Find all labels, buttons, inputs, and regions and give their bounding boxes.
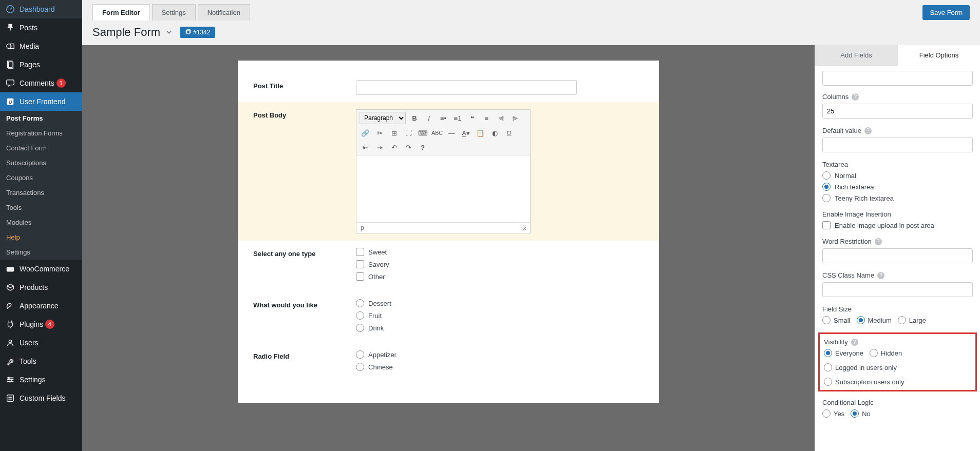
- visibility-option-logged-in-users-only[interactable]: Logged in users only: [824, 363, 897, 371]
- alignleft-icon[interactable]: ≡: [481, 112, 492, 124]
- sidebar-item-comments[interactable]: Comments1: [0, 74, 82, 92]
- sidebar-item-dashboard[interactable]: Dashboard: [0, 0, 82, 18]
- help-icon[interactable]: ?: [417, 142, 428, 153]
- sidebar-sub-coupons[interactable]: Coupons: [0, 170, 82, 185]
- ul-icon[interactable]: ≡•: [438, 112, 449, 124]
- form-field-post-title[interactable]: Post Title: [238, 73, 659, 102]
- sidebar-sub-transactions[interactable]: Transactions: [0, 185, 82, 200]
- save-button[interactable]: Save Form: [922, 5, 970, 20]
- fieldsize-radio[interactable]: [857, 316, 865, 324]
- clear-icon[interactable]: ◐: [489, 127, 500, 139]
- radio-chinese[interactable]: [356, 363, 364, 371]
- form-canvas-wrapper[interactable]: Post TitlePost Body ParagraphBI≡•≡1❝≡⫷⫸🔗…: [82, 45, 815, 451]
- textcolor-icon[interactable]: A▾: [460, 127, 472, 139]
- radio-appetizer[interactable]: [356, 350, 364, 359]
- sidebar-sub-tools[interactable]: Tools: [0, 200, 82, 215]
- sidebar-item-woocommerce[interactable]: WooCommerce: [0, 260, 82, 278]
- format-select[interactable]: Paragraph: [360, 112, 406, 124]
- sidebar-item-posts[interactable]: Posts: [0, 18, 82, 37]
- form-field-select-any-one-type[interactable]: Select any one typeSweetSavoryOther: [238, 241, 659, 292]
- rte-body[interactable]: [356, 155, 530, 222]
- help-icon[interactable]: ?: [877, 272, 884, 279]
- indent-icon[interactable]: ⇥: [374, 142, 385, 153]
- sidebar-sub-modules[interactable]: Modules: [0, 215, 82, 230]
- fieldsize-option-large[interactable]: Large: [898, 316, 926, 324]
- radio-drink[interactable]: [356, 324, 364, 332]
- aligncenter-icon[interactable]: ⫸: [510, 112, 521, 124]
- visibility-option-hidden[interactable]: Hidden: [870, 349, 902, 357]
- link-icon[interactable]: 🔗: [360, 127, 371, 139]
- panel-tab-field-options[interactable]: Field Options: [897, 45, 980, 66]
- fieldsize-radio[interactable]: [898, 316, 906, 324]
- italic-icon[interactable]: I: [423, 112, 435, 124]
- sidebar-item-custom-fields[interactable]: Custom Fields: [0, 389, 82, 407]
- sidebar-item-settings[interactable]: Settings: [0, 370, 82, 389]
- sidebar-item-products[interactable]: Products: [0, 278, 82, 297]
- tab-notification[interactable]: Notification: [198, 4, 250, 21]
- sidebar-sub-settings[interactable]: Settings: [0, 245, 82, 260]
- tab-form-editor[interactable]: Form Editor: [92, 4, 150, 21]
- panel-tab-add-fields[interactable]: Add Fields: [815, 45, 897, 66]
- checkbox-other[interactable]: [356, 272, 364, 281]
- redo-icon[interactable]: ↷: [403, 142, 414, 153]
- radio-dessert[interactable]: [356, 299, 364, 307]
- sidebar-sub-registration-forms[interactable]: Registration Forms: [0, 126, 82, 141]
- checkbox-sweet[interactable]: [356, 248, 364, 256]
- help-icon[interactable]: ?: [875, 238, 882, 245]
- sidebar-sub-help[interactable]: Help: [0, 230, 82, 245]
- sidebar-sub-post-forms[interactable]: Post Forms: [0, 111, 82, 126]
- visibility-radio[interactable]: [824, 378, 832, 386]
- fieldsize-radio[interactable]: [822, 316, 831, 324]
- visibility-option-everyone[interactable]: Everyone: [824, 349, 863, 357]
- insert-icon[interactable]: ⊞: [388, 127, 400, 139]
- omega-icon[interactable]: Ω: [503, 127, 515, 139]
- conditional-radio[interactable]: [851, 409, 859, 418]
- conditional-option-no[interactable]: No: [851, 409, 871, 418]
- hr-icon[interactable]: —: [446, 127, 457, 139]
- keyboard-icon[interactable]: ⌨: [417, 127, 428, 139]
- conditional-option-yes[interactable]: Yes: [822, 409, 844, 418]
- help-icon[interactable]: ?: [864, 127, 872, 134]
- visibility-option-subscription-users-only[interactable]: Subscription users only: [824, 378, 904, 386]
- paste-icon[interactable]: 📋: [475, 127, 486, 139]
- quote-icon[interactable]: ❝: [466, 112, 478, 124]
- visibility-radio[interactable]: [824, 363, 832, 371]
- textarea-radio-teeny-rich-textarea[interactable]: [822, 194, 831, 202]
- sidebar-sub-contact-form[interactable]: Contact Form: [0, 141, 82, 155]
- sidebar-item-tools[interactable]: Tools: [0, 352, 82, 370]
- sidebar-sub-subscriptions[interactable]: Subscriptions: [0, 155, 82, 170]
- undo-icon[interactable]: ↶: [388, 142, 400, 153]
- enable-image-checkbox[interactable]: [822, 221, 831, 229]
- radio-fruit[interactable]: [356, 311, 364, 320]
- visibility-radio[interactable]: [870, 349, 878, 357]
- chevron-down-icon[interactable]: [165, 28, 173, 37]
- fieldsize-option-medium[interactable]: Medium: [857, 316, 892, 324]
- sidebar-item-media[interactable]: Media: [0, 37, 82, 55]
- fieldsize-option-small[interactable]: Small: [822, 316, 851, 324]
- form-field-what-would-you-like[interactable]: What would you likeDessertFruitDrink: [238, 292, 659, 343]
- help-icon[interactable]: ?: [852, 93, 859, 101]
- ol-icon[interactable]: ≡1: [452, 112, 463, 124]
- form-id-badge[interactable]: #1342: [180, 27, 215, 38]
- bold-icon[interactable]: B: [409, 112, 420, 124]
- conditional-radio[interactable]: [822, 409, 831, 418]
- unlink-icon[interactable]: ✂: [374, 127, 385, 139]
- fullscreen-icon[interactable]: ⛶: [403, 127, 414, 139]
- checkbox-savory[interactable]: [356, 260, 364, 268]
- textarea-radio-rich-textarea[interactable]: [822, 183, 831, 191]
- alignleft2-icon[interactable]: ⫷: [495, 112, 506, 124]
- textarea-radio-normal[interactable]: [822, 171, 831, 180]
- sidebar-item-plugins[interactable]: Plugins4: [0, 315, 82, 334]
- sidebar-item-pages[interactable]: Pages: [0, 55, 82, 74]
- unnamed-top-input[interactable]: [822, 71, 973, 86]
- sidebar-item-user-frontend[interactable]: UUser Frontend: [0, 92, 82, 111]
- default-value-input[interactable]: [822, 138, 973, 152]
- resize-handle-icon[interactable]: [521, 225, 526, 230]
- outdent-icon[interactable]: ⇤: [360, 142, 371, 153]
- help-icon[interactable]: ?: [851, 339, 858, 346]
- css-class-input[interactable]: [822, 282, 973, 297]
- abc-icon[interactable]: ABC: [431, 127, 443, 139]
- columns-input[interactable]: [822, 104, 973, 119]
- sidebar-item-users[interactable]: Users: [0, 334, 82, 352]
- visibility-radio[interactable]: [824, 349, 832, 357]
